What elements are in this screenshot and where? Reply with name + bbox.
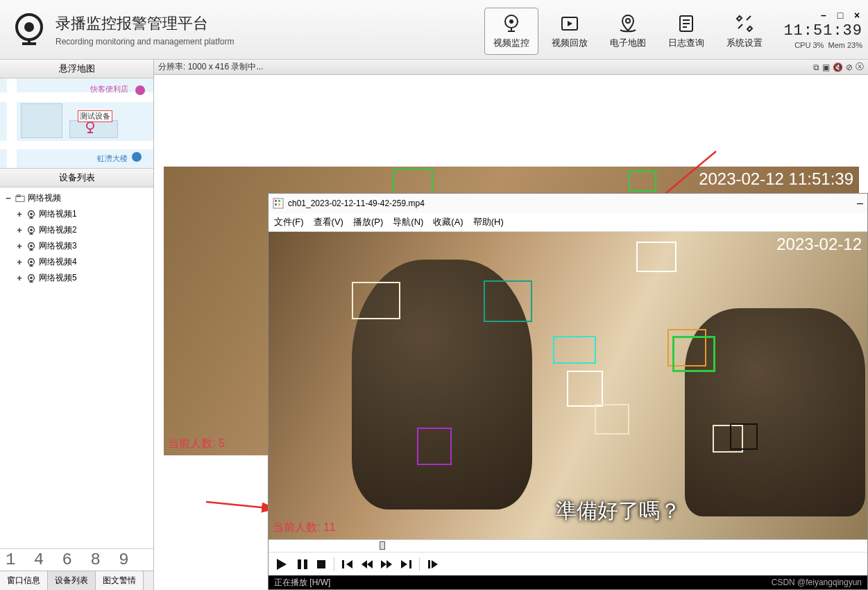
header-meta: – □ × 11:51:39 CPU 3% Mem 23% [774, 7, 868, 52]
video-statusbar: 分辨率: 1000 x 416 录制中... ⧉ ▣ 🔇 ⊘ ⓧ [154, 60, 868, 75]
next-track-button[interactable] [400, 559, 412, 570]
menu-nav[interactable]: 导航(N) [393, 216, 423, 228]
tree-item[interactable]: +网络视频1 [0, 206, 153, 222]
content-area: 分辨率: 1000 x 416 录制中... ⧉ ▣ 🔇 ⊘ ⓧ 2023-02… [154, 60, 868, 590]
detection-box [553, 336, 596, 364]
app-logo-icon [10, 10, 49, 49]
menu-file[interactable]: 文件(F) [274, 216, 304, 228]
svg-point-17 [30, 260, 33, 263]
mute-icon[interactable]: 🔇 [833, 62, 843, 72]
step-button[interactable] [427, 559, 439, 570]
menu-help[interactable]: 帮助(H) [473, 216, 504, 228]
nav-video-playback[interactable]: 视频回放 [543, 8, 597, 55]
media-file-icon [273, 198, 284, 209]
tab-window-info[interactable]: 窗口信息 [0, 571, 48, 590]
alarm-icon[interactable]: ⊘ [846, 62, 853, 72]
people-count: 当前人数: 5 [168, 437, 225, 451]
tree-item[interactable]: +网络视频3 [0, 238, 153, 254]
resolution-text: 分辨率: 1000 x 416 录制中... [158, 61, 263, 73]
nav-log-query[interactable]: 日志查询 [659, 8, 713, 55]
collapse-icon[interactable]: − [4, 193, 12, 203]
tree-item[interactable]: +网络视频5 [0, 270, 153, 286]
tree-item-label: 网络视频5 [39, 272, 77, 284]
scrub-marker[interactable] [380, 541, 385, 550]
menu-view[interactable]: 查看(V) [314, 216, 343, 228]
nav-label: 视频监控 [493, 37, 529, 49]
snapshot-icon[interactable]: ▣ [822, 62, 830, 72]
maximize-button[interactable]: □ [835, 10, 846, 21]
nav-emap[interactable]: 电子地图 [601, 8, 655, 55]
record-icon[interactable]: ⧉ [813, 62, 819, 72]
forward-button[interactable] [380, 559, 393, 570]
nav-label: 电子地图 [610, 37, 646, 49]
device-panel-title: 设备列表 [0, 169, 153, 187]
menu-fav[interactable]: 收藏(A) [433, 216, 463, 228]
svg-rect-26 [278, 203, 280, 205]
player-scrubber[interactable] [269, 539, 867, 552]
svg-rect-25 [278, 200, 280, 202]
logo-area: 录播监控报警管理平台 Recording monitoring and mana… [0, 10, 244, 49]
video-timestamp: 2023-02-12 11:51:39 [699, 169, 853, 189]
mini-map[interactable]: 快客便利店 测试设备 虹漕大楼 [0, 78, 153, 169]
expand-icon[interactable]: + [15, 209, 24, 219]
sidebar: 悬浮地图 快客便利店 测试设备 虹漕大楼 设备列表 − 网络视频 +网络视频1 … [0, 60, 154, 590]
poi-dot-icon [132, 152, 142, 162]
map-pin-icon [85, 121, 96, 136]
pause-button[interactable] [296, 558, 309, 571]
detection-box [629, 171, 656, 192]
stop-button[interactable] [316, 559, 327, 570]
camera-icon [26, 210, 36, 219]
main-nav: 视频监控 视频回放 电子地图 日志查询 系统设置 [482, 5, 774, 55]
video-canvas: 2023-02-12 11:51:39 当前人数: 5 ch01_2023-02… [154, 75, 868, 590]
detection-box [567, 371, 603, 407]
svg-rect-28 [304, 559, 307, 569]
prev-track-button[interactable] [341, 559, 354, 570]
tree-item[interactable]: +网络视频2 [0, 222, 153, 238]
playback-status: 正在播放 [H/W] [274, 577, 330, 589]
close-video-icon[interactable]: ⓧ [856, 61, 864, 73]
menu-play[interactable]: 播放(P) [353, 216, 383, 228]
tree-item[interactable]: +网络视频4 [0, 254, 153, 270]
player-titlebar[interactable]: ch01_2023-02-12-11-49-42-259.mp4 – [269, 194, 867, 213]
folder-icon [15, 194, 25, 203]
tree-item-label: 网络视频1 [39, 208, 77, 220]
nav-settings[interactable]: 系统设置 [717, 8, 772, 55]
tree-root[interactable]: − 网络视频 [0, 190, 153, 206]
app-subtitle: Recording monitoring and management plat… [56, 37, 234, 47]
svg-rect-24 [275, 203, 277, 205]
player-video-frame[interactable]: 2023-02-12 準備好了嗎？ 当前人数: 11 [269, 232, 867, 539]
expand-icon[interactable]: + [15, 257, 24, 267]
map-panel-title: 悬浮地图 [0, 60, 153, 78]
svg-rect-27 [298, 559, 301, 569]
play-button[interactable] [274, 557, 289, 572]
detection-box [672, 336, 715, 372]
poi-dot-icon [135, 85, 145, 95]
expand-icon[interactable]: + [15, 273, 24, 283]
nav-label: 视频回放 [552, 37, 588, 49]
svg-rect-23 [275, 200, 277, 202]
nav-label: 系统设置 [726, 37, 763, 49]
player-filename: ch01_2023-02-12-11-49-42-259.mp4 [288, 199, 425, 208]
player-minimize-icon[interactable]: – [857, 197, 863, 210]
camera-icon [26, 242, 36, 251]
svg-rect-32 [428, 560, 430, 568]
svg-point-1 [24, 22, 34, 32]
detection-box [393, 169, 433, 196]
nav-video-monitor[interactable]: 视频监控 [484, 8, 538, 55]
minimize-button[interactable]: – [818, 10, 829, 21]
map-device-marker[interactable]: 测试设备 [78, 110, 112, 122]
expand-icon[interactable]: + [15, 225, 24, 235]
detection-box [636, 242, 676, 272]
media-player-window: ch01_2023-02-12-11-49-42-259.mp4 – 文件(F)… [268, 193, 868, 590]
video-subtitle: 準備好了嗎？ [556, 497, 681, 525]
tab-device-list[interactable]: 设备列表 [48, 571, 96, 590]
rewind-button[interactable] [361, 559, 373, 570]
counter-display: 1 4 6 8 9 [0, 548, 153, 571]
tab-alerts[interactable]: 图文警情 [96, 571, 144, 590]
detection-box [595, 404, 629, 435]
player-menubar: 文件(F) 查看(V) 播放(P) 导航(N) 收藏(A) 帮助(H) [269, 213, 867, 232]
close-button[interactable]: × [851, 10, 862, 21]
expand-icon[interactable]: + [15, 241, 24, 251]
camera-icon [26, 273, 36, 283]
tree-item-label: 网络视频4 [39, 256, 77, 268]
